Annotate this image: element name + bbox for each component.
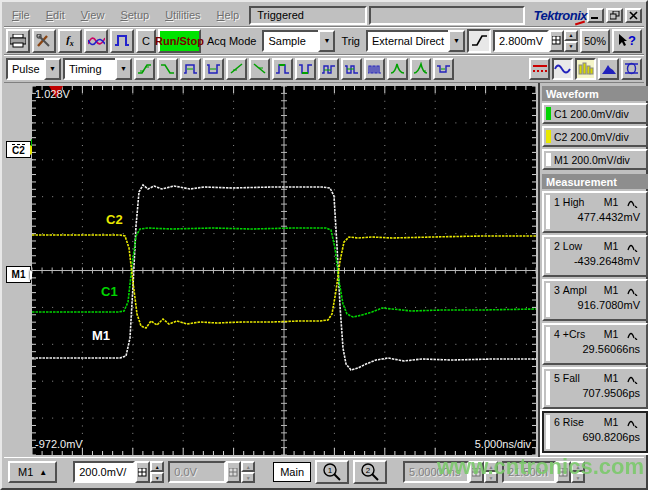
c-button[interactable]: C bbox=[136, 29, 156, 53]
measurement-pos-crossing[interactable]: 4+CrsM1 29.56066ns bbox=[542, 323, 648, 365]
meas-num: 5 bbox=[554, 372, 560, 384]
context-help-button[interactable]: ? bbox=[612, 29, 642, 53]
spin-up-icon[interactable]: ▲ bbox=[564, 30, 578, 41]
menu-view[interactable]: View bbox=[73, 6, 113, 24]
low-pulse-icon bbox=[298, 62, 313, 75]
measurement-rise[interactable]: 6RiseM1 690.8206ps bbox=[542, 411, 648, 453]
statistics-view-button[interactable] bbox=[598, 58, 619, 80]
menu-help[interactable]: Help bbox=[209, 6, 248, 24]
pulse-define-button[interactable] bbox=[110, 29, 134, 53]
trig-source-select[interactable]: External Direct ▼ bbox=[366, 30, 465, 52]
chevron-down-icon[interactable]: ▼ bbox=[44, 58, 61, 80]
pulse-peak-icon bbox=[627, 373, 640, 384]
trig-slope-button[interactable] bbox=[467, 29, 491, 53]
zoom1-button[interactable]: 1 bbox=[315, 460, 349, 484]
frequency-button[interactable] bbox=[341, 58, 362, 80]
spin-down-icon[interactable]: ▼ bbox=[564, 41, 578, 52]
trig-level-arrows: ▲ ▼ bbox=[564, 30, 578, 52]
period-button[interactable] bbox=[318, 58, 339, 80]
close-button[interactable] bbox=[625, 8, 642, 23]
menu-edit[interactable]: Edit bbox=[38, 6, 73, 24]
spin-down-icon[interactable]: ▼ bbox=[150, 472, 164, 483]
eye-diagram-icon bbox=[624, 62, 639, 75]
question-icon: ? bbox=[628, 33, 636, 48]
meas-value: 477.4432mV bbox=[554, 211, 642, 223]
toolbar-main: fx C Run/Stop Acq Mode Sample ▼ Trig Ext… bbox=[4, 27, 644, 55]
pulse-select[interactable]: Pulse ▼ bbox=[6, 58, 61, 80]
measurement-ampl[interactable]: 3AmplM1 916.7080mV bbox=[542, 279, 648, 321]
vertical-scale-spinner: 200.0mV/ ▲▼ bbox=[73, 461, 164, 483]
c1-scale-label: C1 200.0mV/div bbox=[554, 108, 629, 120]
neg-width-button[interactable] bbox=[203, 58, 224, 80]
chevron-down-icon[interactable]: ▼ bbox=[115, 58, 132, 80]
undershoot-button[interactable] bbox=[433, 58, 454, 80]
measurement-list: Measurement 1HighM1 477.4432mV 2LowM1 -4… bbox=[542, 174, 648, 453]
keypad-icon[interactable] bbox=[135, 461, 150, 483]
meas-name: Fall bbox=[563, 372, 593, 384]
run-stop-button[interactable]: Run/Stop bbox=[158, 29, 201, 53]
channel-c2-button[interactable]: C2 200.0mV/div bbox=[542, 126, 648, 147]
keypad-icon[interactable] bbox=[549, 30, 564, 52]
printer-icon bbox=[10, 34, 26, 48]
channel-c1-button[interactable]: C1 200.0mV/div bbox=[542, 103, 648, 124]
keypad-icon[interactable] bbox=[226, 461, 241, 483]
spin-down-icon[interactable]: ▼ bbox=[241, 472, 255, 483]
menu-file[interactable]: File bbox=[4, 6, 38, 24]
pos-overshoot-button[interactable] bbox=[387, 58, 408, 80]
top-voltage-label: 1.028V bbox=[35, 88, 70, 100]
meas-num: 3 bbox=[554, 284, 560, 296]
pos-slope-button[interactable] bbox=[226, 58, 247, 80]
high-button[interactable] bbox=[272, 58, 293, 80]
menu-setup[interactable]: Setup bbox=[112, 6, 157, 24]
m1-ground-marker[interactable]: M1 bbox=[6, 266, 31, 283]
measurement-low[interactable]: 2LowM1 -439.2648mV bbox=[542, 235, 648, 277]
meas-source: M1 bbox=[604, 328, 619, 340]
vertical-scale-field[interactable]: 200.0mV/ bbox=[73, 461, 135, 483]
horizontal-mode-box[interactable]: Main bbox=[273, 462, 311, 482]
minimize-button[interactable] bbox=[587, 8, 604, 23]
m1-scale-label: M1 200.0mV/div bbox=[554, 154, 630, 166]
meas-name: +Crs bbox=[563, 328, 593, 340]
high-pulse-icon bbox=[275, 62, 290, 75]
chevron-down-icon[interactable]: ▼ bbox=[448, 30, 465, 52]
active-channel-button[interactable]: M1 ▲ bbox=[8, 461, 57, 483]
neg-slope-button[interactable] bbox=[249, 58, 270, 80]
spin-up-icon[interactable]: ▲ bbox=[241, 461, 255, 472]
measurement-high[interactable]: 1HighM1 477.4432mV bbox=[542, 191, 648, 233]
tools-button[interactable] bbox=[32, 29, 56, 53]
print-button[interactable] bbox=[6, 29, 30, 53]
zoom2-button[interactable]: 2 bbox=[353, 460, 387, 484]
trig-source-value: External Direct bbox=[366, 30, 448, 52]
chevron-down-icon[interactable]: ▼ bbox=[318, 30, 335, 52]
burst-button[interactable] bbox=[364, 58, 385, 80]
neg-overshoot-button[interactable] bbox=[410, 58, 431, 80]
menu-utilities[interactable]: Utilities bbox=[157, 6, 208, 24]
measurement-panel-header: Measurement bbox=[542, 174, 648, 189]
meas-stripe bbox=[546, 371, 550, 405]
c1-color-chip bbox=[546, 107, 551, 120]
cursor-mode-button[interactable] bbox=[529, 58, 550, 80]
restore-button[interactable] bbox=[606, 8, 623, 23]
trig-level-field[interactable]: 2.800mV bbox=[493, 30, 549, 52]
histogram-view-button[interactable] bbox=[575, 58, 596, 80]
eye-diagram-button[interactable] bbox=[621, 58, 642, 80]
rise-slope-icon bbox=[229, 62, 244, 75]
fall-time-meas-button[interactable] bbox=[157, 58, 178, 80]
notch-pulse-icon bbox=[436, 62, 451, 75]
waveform-view-button[interactable] bbox=[552, 58, 573, 80]
rise-time-meas-button[interactable] bbox=[134, 58, 155, 80]
math-fx-button[interactable]: fx bbox=[58, 29, 82, 53]
low-button[interactable] bbox=[295, 58, 316, 80]
trig-level-50pct-button[interactable]: 50% bbox=[580, 29, 610, 53]
meas-num: 2 bbox=[554, 240, 560, 252]
c2-ground-marker[interactable]: C2 bbox=[6, 141, 31, 158]
spin-up-icon[interactable]: ▲ bbox=[150, 461, 164, 472]
acq-mode-select[interactable]: Sample ▼ bbox=[262, 30, 335, 52]
fall-edge-icon bbox=[160, 62, 175, 75]
measurement-fall[interactable]: 5FallM1 707.9506ps bbox=[542, 367, 648, 409]
timing-select[interactable]: Timing ▼ bbox=[63, 58, 132, 80]
vertical-offset-field[interactable]: 0.0V bbox=[168, 461, 226, 483]
pos-width-button[interactable] bbox=[180, 58, 201, 80]
waveform-database-button[interactable] bbox=[84, 29, 108, 53]
channel-m1-button[interactable]: M1 200.0mV/div bbox=[542, 149, 648, 170]
